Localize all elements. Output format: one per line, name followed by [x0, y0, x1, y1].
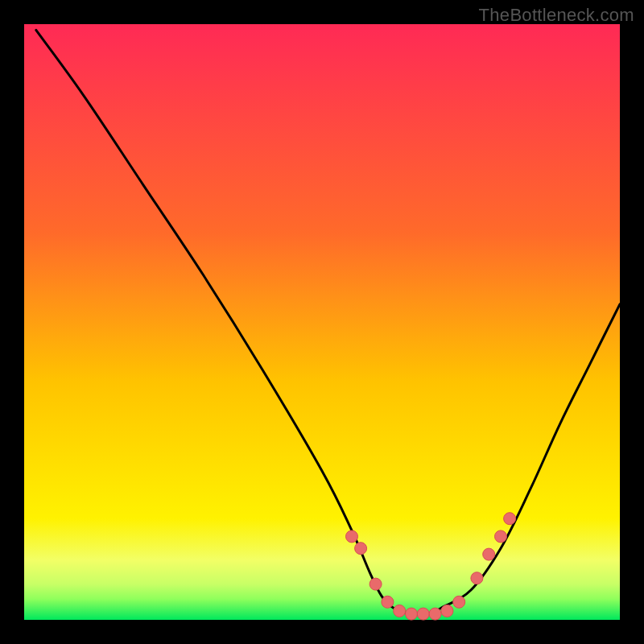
highlight-dot — [417, 608, 429, 620]
chart-gradient-bg — [24, 24, 620, 620]
highlight-dot — [406, 608, 418, 620]
highlight-dot — [483, 548, 495, 560]
highlight-dot — [369, 578, 382, 590]
highlight-dot — [346, 530, 358, 543]
highlight-dot — [453, 596, 465, 608]
highlight-dot — [429, 608, 441, 620]
highlight-dot — [504, 513, 516, 525]
highlight-dot — [355, 543, 367, 555]
bottleneck-chart: TheBottleneck.com — [0, 0, 644, 644]
highlight-dot — [441, 605, 453, 617]
highlight-dot — [394, 605, 406, 617]
watermark-text: TheBottleneck.com — [479, 5, 634, 26]
chart-svg — [0, 0, 644, 644]
highlight-dot — [495, 530, 507, 543]
highlight-dot — [471, 572, 483, 584]
highlight-dot — [382, 596, 394, 608]
